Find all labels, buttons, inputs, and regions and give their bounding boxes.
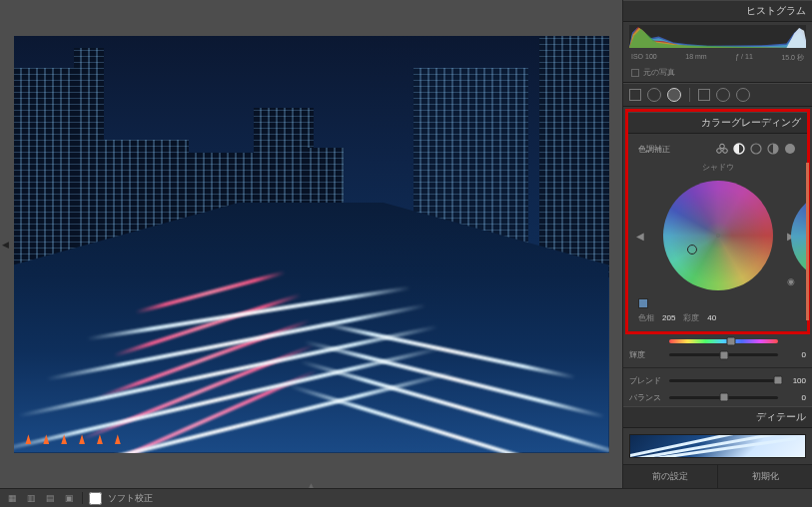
highlights-mode-icon[interactable]: [766, 142, 780, 156]
original-photo-checkbox[interactable]: [631, 69, 639, 77]
local-adjustment-toolstrip: [623, 83, 812, 107]
reset-button[interactable]: 初期化: [717, 465, 812, 488]
balance-slider[interactable]: [669, 396, 778, 399]
shadows-color-wheel[interactable]: [663, 181, 773, 290]
shadows-mode-icon[interactable]: [732, 142, 746, 156]
histogram-title: ヒストグラム: [746, 4, 806, 18]
image-preview-pane[interactable]: ◀: [0, 0, 622, 488]
color-grading-header[interactable]: カラーグレーディング: [628, 112, 807, 134]
histogram-chart[interactable]: [629, 25, 806, 48]
detail-preview-thumb[interactable]: [629, 434, 806, 458]
panel-accent-strip: [806, 163, 809, 320]
wheel-prev-icon[interactable]: ◀: [636, 231, 648, 243]
histogram-panel-header[interactable]: ヒストグラム: [623, 0, 812, 22]
sat-value[interactable]: 40: [707, 313, 716, 322]
meta-focal: 18 mm: [685, 53, 706, 63]
svg-point-0: [717, 149, 722, 154]
three-way-mode-icon[interactable]: [715, 142, 729, 156]
hue-label: 色相: [638, 312, 654, 323]
color-grading-section: カラーグレーディング 色調補正: [625, 109, 810, 334]
expand-left-panel-icon[interactable]: ◀: [2, 240, 9, 250]
detail-panel-header[interactable]: ディテール: [623, 406, 812, 428]
radial-tool-icon[interactable]: [716, 88, 730, 102]
balance-value[interactable]: 0: [784, 393, 806, 402]
svg-point-2: [720, 144, 725, 149]
sat-label: 彩度: [683, 312, 699, 323]
loupe-view-icon[interactable]: ▦: [6, 492, 19, 505]
adjust-label: 色調補正: [638, 144, 670, 155]
hue-value[interactable]: 205: [662, 313, 675, 322]
balance-label: バランス: [629, 392, 663, 403]
blend-value[interactable]: 100: [784, 376, 806, 385]
meta-aperture: ƒ / 11: [735, 53, 753, 63]
detail-title: ディテール: [756, 410, 806, 424]
gradient-tool-icon[interactable]: [698, 89, 710, 101]
hue-strip-slider[interactable]: [669, 339, 778, 343]
previous-settings-button[interactable]: 前の設定: [623, 465, 717, 488]
blend-label: ブレンド: [629, 375, 663, 386]
preview-image: [14, 36, 609, 453]
single-view-icon[interactable]: ▣: [63, 492, 76, 505]
develop-side-panel: ヒストグラム ISO 100 18 mm ƒ / 11 15.0 秒 元の写真: [622, 0, 812, 488]
original-photo-label: 元の写真: [643, 67, 675, 78]
histogram-metadata: ISO 100 18 mm ƒ / 11 15.0 秒: [623, 51, 812, 67]
luminance-value[interactable]: 0: [784, 350, 806, 359]
luminance-slider[interactable]: [669, 353, 778, 356]
color-grading-title: カラーグレーディング: [701, 116, 801, 130]
global-mode-icon[interactable]: [783, 142, 797, 156]
before-after-v-icon[interactable]: ▤: [44, 492, 57, 505]
before-after-h-icon[interactable]: ▥: [25, 492, 38, 505]
soft-proof-label: ソフト校正: [108, 492, 153, 505]
svg-point-4: [751, 144, 761, 154]
wheel-handle[interactable]: [687, 245, 697, 254]
bottom-toolbar: ▦ ▥ ▤ ▣ ソフト校正: [0, 488, 812, 507]
blend-slider[interactable]: [669, 379, 778, 382]
spot-tool-icon[interactable]: [647, 88, 661, 102]
brush-tool-icon[interactable]: [736, 88, 750, 102]
meta-iso: ISO 100: [631, 53, 657, 63]
shadows-color-swatch[interactable]: [638, 298, 648, 308]
midtone-wheel-peek[interactable]: [791, 192, 807, 281]
color-grading-subtab-label: シャドウ: [634, 162, 801, 177]
midtones-mode-icon[interactable]: [749, 142, 763, 156]
crop-tool-icon[interactable]: [629, 89, 641, 101]
wheel-center-marker: [716, 234, 720, 238]
svg-point-1: [723, 149, 728, 154]
svg-point-6: [785, 144, 795, 154]
redeye-tool-icon[interactable]: [667, 88, 681, 102]
soft-proof-checkbox[interactable]: [89, 492, 102, 505]
luminance-label: 輝度: [629, 349, 663, 360]
meta-shutter: 15.0 秒: [781, 53, 804, 63]
filmstrip-toggle-icon[interactable]: ▲: [305, 481, 319, 486]
